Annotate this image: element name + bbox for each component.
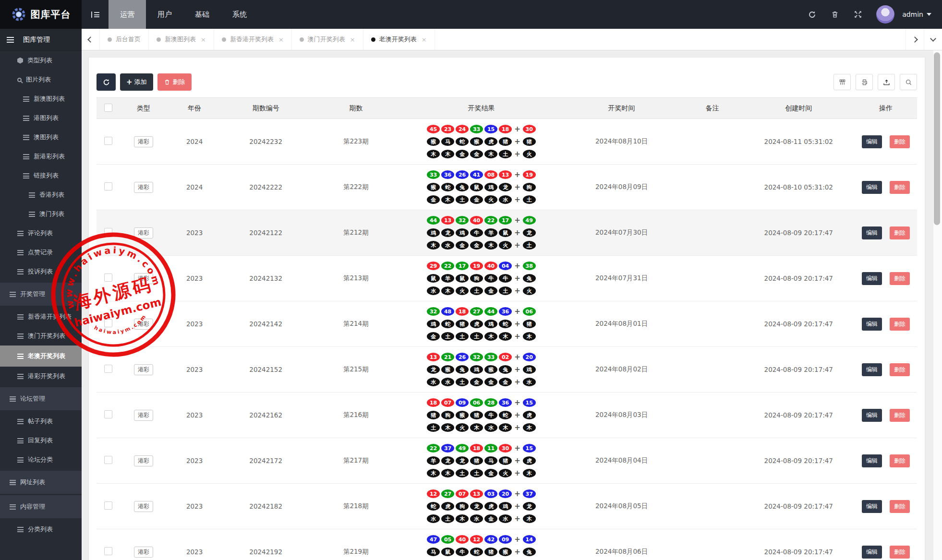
edit-button[interactable]: 编辑 xyxy=(862,363,882,376)
delete-button[interactable]: 删除 xyxy=(157,73,192,91)
topnav-item[interactable]: 运营 xyxy=(109,0,146,29)
row-checkbox[interactable] xyxy=(104,410,112,418)
sidebar-item[interactable]: 图片列表 xyxy=(0,70,82,89)
animal-line: 龙猴兔鸡猴兔+鸡 xyxy=(427,365,536,374)
delete-row-button[interactable]: 删除 xyxy=(890,454,910,467)
sidebar-item[interactable]: 老澳开奖列表 xyxy=(0,346,82,367)
special-number-ball: 20 xyxy=(523,353,536,361)
sidebar-item[interactable]: 澳图列表 xyxy=(0,128,82,147)
main-content: + 添加 删除 xyxy=(82,50,942,560)
add-button[interactable]: + 添加 xyxy=(120,73,153,91)
sidebar-item-label: 港彩开奖列表 xyxy=(28,372,65,381)
row-checkbox[interactable] xyxy=(104,137,112,145)
topnav-item[interactable]: 系统 xyxy=(221,0,258,29)
sidebar-item[interactable]: 评论列表 xyxy=(0,224,82,243)
topnav-item[interactable]: 基础 xyxy=(183,0,221,29)
delete-row-button[interactable]: 删除 xyxy=(890,546,910,559)
delete-row-button[interactable]: 删除 xyxy=(890,135,910,148)
tab[interactable]: 新香港开奖列表× xyxy=(214,29,292,50)
delete-row-button[interactable]: 删除 xyxy=(890,272,910,285)
sidebar-item[interactable]: 投诉列表 xyxy=(0,262,82,281)
tab-close-icon[interactable]: × xyxy=(350,36,355,43)
period-cell: 第217期 xyxy=(310,438,401,484)
row-checkbox[interactable] xyxy=(104,274,112,282)
print-button[interactable] xyxy=(856,74,873,90)
sidebar-item[interactable]: 新澳图列表 xyxy=(0,89,82,108)
export-button[interactable] xyxy=(878,74,895,90)
animal-ball: 虎 xyxy=(441,502,454,511)
row-checkbox[interactable] xyxy=(104,365,112,373)
edit-button[interactable]: 编辑 xyxy=(862,318,882,331)
edit-button[interactable]: 编辑 xyxy=(862,135,882,148)
sidebar-item[interactable]: 港图列表 xyxy=(0,108,82,128)
delete-row-button[interactable]: 删除 xyxy=(890,181,910,194)
tabs-scroll-left-button[interactable] xyxy=(82,29,100,50)
tabs-scroll-right-button[interactable] xyxy=(906,29,924,50)
special-element-ball: 木 xyxy=(523,469,536,477)
edit-button[interactable]: 编辑 xyxy=(862,226,882,239)
row-checkbox[interactable] xyxy=(104,228,112,236)
row-checkbox[interactable] xyxy=(104,547,112,555)
sidebar-item[interactable]: 港彩开奖列表 xyxy=(0,367,82,386)
fullscreen-icon[interactable] xyxy=(853,10,863,19)
select-all-checkbox[interactable] xyxy=(104,104,112,112)
edit-button[interactable]: 编辑 xyxy=(862,454,882,467)
sidebar-item[interactable]: 新香港开奖列表 xyxy=(0,307,82,326)
edit-button[interactable]: 编辑 xyxy=(862,409,882,422)
sidebar-item[interactable]: 内容管理 xyxy=(0,495,82,518)
column-header: 年份 xyxy=(168,98,221,119)
tab[interactable]: 新澳图列表× xyxy=(149,29,214,50)
page-scrollbar[interactable] xyxy=(933,50,942,560)
tab[interactable]: 后台首页 xyxy=(100,29,149,50)
user-menu[interactable]: admin xyxy=(902,11,931,18)
edit-button[interactable]: 编辑 xyxy=(862,181,882,194)
avatar[interactable] xyxy=(876,5,894,24)
sidebar-item[interactable]: 网址列表 xyxy=(0,471,82,494)
result-lines: 441332402217+49鸡龙鸡牛羊鼠+龙木水金金木火+土 xyxy=(401,216,561,250)
delete-row-button[interactable]: 删除 xyxy=(890,500,910,513)
row-checkbox[interactable] xyxy=(104,501,112,510)
sidebar-item[interactable]: 开奖管理 xyxy=(0,283,82,306)
tab[interactable]: 老澳开奖列表× xyxy=(363,29,435,50)
sidebar-item[interactable]: 帖子列表 xyxy=(0,412,82,431)
delete-row-button[interactable]: 删除 xyxy=(890,409,910,422)
sidebar-item[interactable]: 澳门列表 xyxy=(0,204,82,224)
row-checkbox[interactable] xyxy=(104,319,112,327)
tabs-menu-button[interactable] xyxy=(924,29,942,50)
edit-button[interactable]: 编辑 xyxy=(862,500,882,513)
refresh-icon[interactable] xyxy=(807,10,817,19)
row-checkbox[interactable] xyxy=(104,182,112,191)
columns-toggle-button[interactable] xyxy=(833,74,851,90)
sidebar-item[interactable]: 澳门开奖列表 xyxy=(0,326,82,346)
animal-ball: 猪 xyxy=(499,456,512,465)
scrollbar-thumb[interactable] xyxy=(934,52,940,225)
sidebar-item[interactable]: 回复列表 xyxy=(0,431,82,450)
tab-close-icon[interactable]: × xyxy=(201,36,206,43)
edit-button[interactable]: 编辑 xyxy=(862,272,882,285)
result-cell: 441332402217+49鸡龙鸡牛羊鼠+龙木水金金木火+土 xyxy=(401,210,561,256)
delete-row-button[interactable]: 删除 xyxy=(890,363,910,376)
sidebar-item[interactable]: 点赞记录 xyxy=(0,243,82,262)
row-checkbox[interactable] xyxy=(104,456,112,464)
delete-row-button[interactable]: 删除 xyxy=(890,318,910,331)
tab-close-icon[interactable]: × xyxy=(278,36,284,43)
sidebar-item[interactable]: 论坛分类 xyxy=(0,450,82,469)
topnav-item[interactable]: 用户 xyxy=(146,0,183,29)
tab-close-icon[interactable]: × xyxy=(422,36,427,43)
sidebar-item[interactable]: 论坛管理 xyxy=(0,387,82,410)
sidebar-item[interactable]: 分类列表 xyxy=(0,520,82,539)
sidebar-item[interactable]: 香港列表 xyxy=(0,185,82,204)
edit-button[interactable]: 编辑 xyxy=(862,546,882,559)
search-button[interactable] xyxy=(900,74,917,90)
element-ball: 水 xyxy=(441,241,454,250)
sidebar-item[interactable]: 新港彩列表 xyxy=(0,147,82,166)
sidebar-item[interactable]: 链接列表 xyxy=(0,166,82,185)
tab[interactable]: 澳门开奖列表× xyxy=(292,29,363,50)
trash-icon[interactable] xyxy=(830,10,840,19)
delete-row-button[interactable]: 删除 xyxy=(890,226,910,239)
animal-ball: 虎 xyxy=(484,137,497,146)
sidebar-item[interactable]: 类型列表 xyxy=(0,51,82,70)
sidebar-item-label: 新澳图列表 xyxy=(34,95,65,103)
refresh-button[interactable] xyxy=(97,73,116,91)
sidebar-collapse-button[interactable] xyxy=(82,0,109,29)
